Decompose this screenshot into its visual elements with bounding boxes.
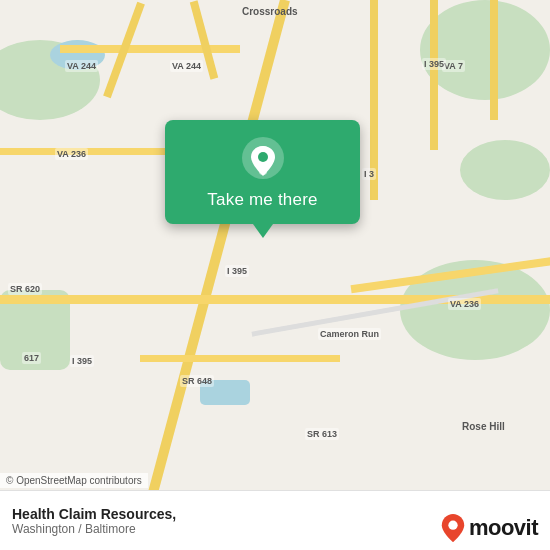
label-i395-2: I 395 (70, 355, 94, 367)
copyright-text: © OpenStreetMap contributors (6, 475, 142, 486)
road-va244 (60, 45, 240, 53)
moovit-logo: moovit (441, 514, 538, 542)
label-sr620: SR 620 (8, 283, 42, 295)
bottom-bar: Health Claim Resources, Washington / Bal… (0, 490, 550, 550)
take-me-there-button[interactable]: Take me there (207, 190, 317, 210)
label-i3: I 3 (362, 168, 376, 180)
park-area-2 (420, 0, 550, 100)
road-i13 (490, 0, 498, 120)
label-617: 617 (22, 352, 41, 364)
label-sr648: SR 648 (180, 375, 214, 387)
svg-point-4 (448, 521, 457, 530)
label-i395-1: I 395 (225, 265, 249, 277)
road-sr648 (140, 355, 340, 362)
label-va236-e: VA 236 (448, 298, 481, 310)
location-pin-icon (241, 136, 285, 180)
label-va244-1: VA 244 (65, 60, 98, 72)
svg-point-3 (258, 152, 268, 162)
moovit-pin-icon (441, 514, 465, 542)
label-sr613: SR 613 (305, 428, 339, 440)
label-va244-2: VA 244 (170, 60, 203, 72)
label-i395-top: I 395 (422, 58, 446, 70)
label-va236: VA 236 (55, 148, 88, 160)
map-container: VA 244 VA 244 VA 236 VA 7 I 395 I 395 SR… (0, 0, 550, 550)
label-rose-hill: Rose Hill (460, 420, 507, 433)
park-area-5 (460, 140, 550, 200)
road-i395-right (430, 0, 438, 150)
label-crossroads: Crossroads (240, 5, 300, 18)
copyright-bar: © OpenStreetMap contributors (0, 473, 148, 488)
label-cameron: Cameron Run (318, 328, 381, 340)
popup-card: Take me there (165, 120, 360, 224)
moovit-text: moovit (469, 515, 538, 541)
